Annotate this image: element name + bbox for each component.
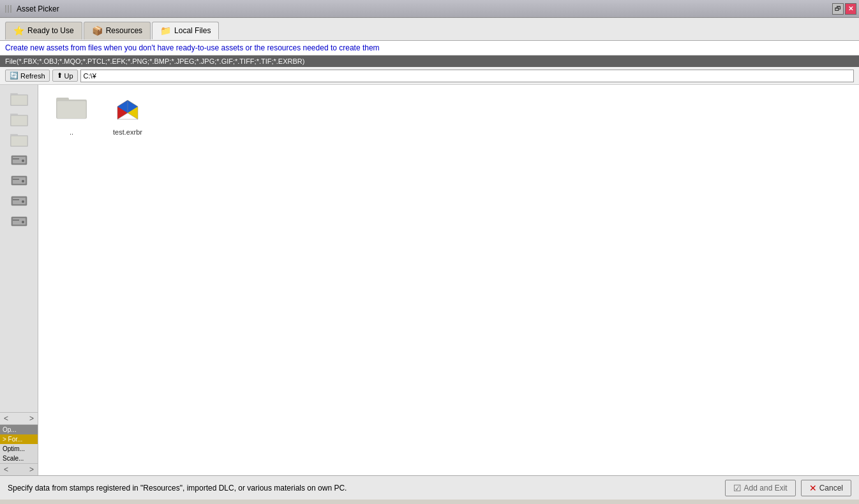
grip-icon: [5, 4, 13, 13]
svg-point-26: [22, 221, 24, 223]
file-name-parent: ..: [70, 128, 73, 136]
file-item-parent[interactable]: ..: [46, 93, 97, 138]
svg-rect-1: [8, 5, 9, 13]
options-vscroll: < >: [0, 463, 38, 475]
options-header: Op...: [0, 425, 38, 434]
option-format[interactable]: > For...: [0, 434, 38, 444]
resources-icon: 📦: [92, 26, 103, 36]
x-icon: ✕: [809, 483, 817, 493]
svg-rect-23: [13, 199, 19, 200]
up-label: Up: [64, 72, 73, 80]
statusbar: Specify data from stamps registered in "…: [0, 475, 859, 500]
svg-rect-11: [11, 136, 27, 146]
folder-icon-3: [10, 132, 28, 147]
svg-rect-2: [10, 5, 11, 13]
options-scroll-right[interactable]: >: [29, 465, 34, 474]
sidebar-hscroll: < >: [0, 412, 38, 424]
filterbar-text: File(*.FBX;*.OBJ;*.MQO;*.PTCL;*.EFK;*.PN…: [5, 57, 304, 65]
infobar-text: Create new assets from files when you do…: [5, 43, 380, 52]
up-icon: ⬆: [57, 71, 63, 80]
file-item-test-exrbr[interactable]: test.exrbr: [102, 93, 153, 138]
local-files-icon: 📁: [160, 26, 171, 36]
add-exit-label: Add and Exit: [744, 484, 788, 493]
exrbr-icon: [112, 95, 143, 126]
drive-icon-3: [10, 194, 28, 208]
sidebar-drive-1[interactable]: [8, 151, 31, 169]
drive-icon-4: [10, 214, 28, 228]
folder-parent-svg: [56, 95, 87, 121]
up-button[interactable]: ⬆ Up: [52, 70, 78, 82]
options-panel: Op... > For... Optim... Scale...: [0, 424, 38, 463]
tab-ready-to-use-label: Ready to Use: [27, 26, 74, 35]
svg-point-14: [22, 159, 24, 162]
svg-rect-15: [13, 158, 19, 159]
path-input[interactable]: [80, 70, 854, 82]
check-icon: ☑: [733, 483, 742, 493]
add-and-exit-button[interactable]: ☑ Add and Exit: [725, 480, 796, 496]
filterbar: File(*.FBX;*.OBJ;*.MQO;*.PTCL;*.EFK;*.PN…: [0, 56, 859, 67]
svg-rect-27: [13, 219, 19, 221]
infobar: Create new assets from files when you do…: [0, 41, 859, 56]
drive-icon-2: [10, 174, 28, 188]
tab-resources[interactable]: 📦 Resources: [84, 22, 151, 40]
main-area: < > Op... > For... Optim... Scale... < >: [0, 85, 859, 475]
folder-icon-1: [10, 91, 28, 107]
cancel-button[interactable]: ✕ Cancel: [801, 480, 851, 496]
statusbar-text: Specify data from stamps registered in "…: [8, 484, 347, 493]
sidebar-drive-2[interactable]: [8, 172, 31, 189]
tabbar: ⭐ Ready to Use 📦 Resources 📁 Local Files: [0, 18, 859, 41]
tab-local-files-label: Local Files: [174, 26, 211, 35]
titlebar-left: Asset Picker: [5, 4, 59, 13]
refresh-button[interactable]: 🔄 Refresh: [5, 70, 50, 82]
svg-rect-30: [57, 101, 86, 119]
svg-rect-5: [11, 95, 27, 105]
svg-rect-8: [11, 115, 27, 126]
statusbar-buttons: ☑ Add and Exit ✕ Cancel: [725, 480, 851, 496]
folder-icon-2: [10, 112, 28, 127]
sidebar-drive-4[interactable]: [8, 212, 31, 230]
minimize-button[interactable]: 🗗: [832, 3, 844, 15]
options-scroll-left[interactable]: <: [4, 465, 8, 474]
ready-to-use-icon: ⭐: [13, 26, 24, 36]
sidebar-folder-2[interactable]: [8, 110, 31, 128]
sidebar-scroll-left[interactable]: <: [4, 414, 8, 423]
svg-rect-0: [5, 5, 6, 13]
cancel-label: Cancel: [819, 484, 843, 493]
option-optimize[interactable]: Optim...: [0, 444, 38, 454]
sidebar-folder-3[interactable]: [8, 131, 31, 149]
option-scale[interactable]: Scale...: [0, 454, 38, 463]
file-browser: .. test.exrbr: [38, 85, 859, 475]
toolbar: 🔄 Refresh ⬆ Up: [0, 67, 859, 85]
svg-point-18: [22, 180, 24, 182]
drive-icon-1: [10, 153, 28, 167]
svg-point-22: [22, 200, 24, 203]
tab-ready-to-use[interactable]: ⭐ Ready to Use: [5, 22, 82, 40]
close-button[interactable]: ✕: [845, 3, 856, 15]
sidebar-drive-3[interactable]: [8, 192, 31, 210]
sidebar-icons: [0, 85, 38, 412]
tab-resources-label: Resources: [106, 26, 142, 35]
exrbr-svg: [112, 95, 143, 126]
titlebar-grip: [5, 4, 13, 13]
sidebar-scroll-right[interactable]: >: [29, 414, 34, 423]
folder-parent-icon: [56, 95, 87, 126]
sidebar-folder-1[interactable]: [8, 90, 31, 108]
tab-local-files[interactable]: 📁 Local Files: [152, 22, 219, 40]
titlebar-buttons: 🗗 ✕: [832, 3, 856, 15]
refresh-icon: 🔄: [10, 71, 19, 80]
titlebar: Asset Picker 🗗 ✕: [0, 0, 859, 18]
refresh-label: Refresh: [20, 72, 45, 80]
file-name-exrbr: test.exrbr: [113, 128, 142, 136]
left-column: < > Op... > For... Optim... Scale... < >: [0, 85, 38, 475]
svg-rect-19: [13, 179, 19, 180]
titlebar-title: Asset Picker: [17, 4, 59, 13]
